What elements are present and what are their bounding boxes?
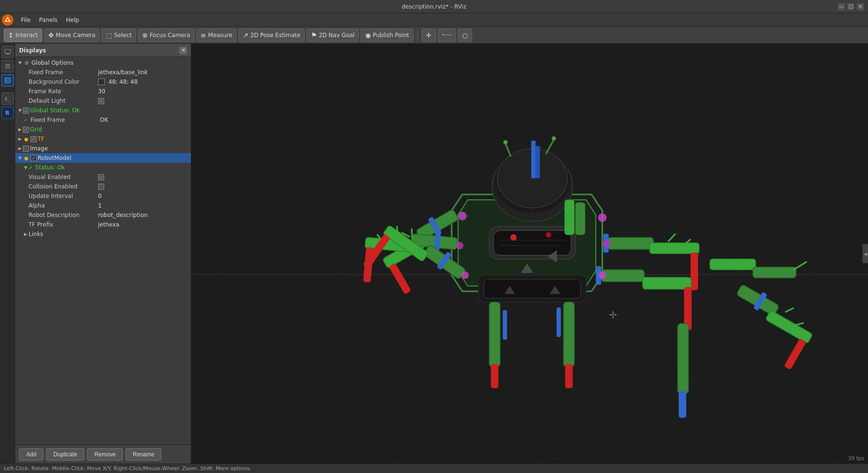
focus-camera-icon: ⊕ [142,31,148,39]
display-tree: ▼ ⚙ Global Options Fixed Frame jethexa/b… [15,57,191,444]
tf-prefix-value: jethexa [98,221,191,228]
tf-row[interactable]: ▶ ● ✓ TF [15,134,191,144]
interact-label: Interact [16,32,38,39]
grid-arrow[interactable]: ▶ [17,127,23,132]
sidebar-footer: Add Duplicate Remove Rename [15,444,191,463]
svg-rect-9 [5,66,10,67]
select-button[interactable]: ⬚ Select [101,29,136,42]
grid-row[interactable]: ▶ ✓ Grid [15,125,191,134]
visual-enabled-row[interactable]: Visual Enabled ✓ [15,172,191,182]
viewport-collapse-handle[interactable]: ◀ [862,244,868,263]
maximize-btn[interactable]: □ [847,3,855,10]
svg-rect-22 [493,230,571,255]
links-label: Links [29,231,43,237]
fixed-frame-status-row[interactable]: ✓ Fixed Frame OK [15,115,191,125]
interact-icon: ↕ [8,31,14,39]
svg-point-3 [9,20,10,22]
circle-button[interactable]: ○ [458,29,472,42]
publish-point-icon: ◉ [365,31,371,39]
links-arrow[interactable]: ▶ [23,231,29,237]
status-ok-icon: ✓ [29,164,33,171]
frame-rate-row[interactable]: Frame Rate 30 [15,87,191,96]
global-options-arrow[interactable]: ▼ [17,60,23,66]
fixed-frame-row[interactable]: Fixed Frame jethexa/base_link [15,68,191,77]
sidebar-close-button[interactable]: ✕ [179,47,187,54]
alpha-row[interactable]: Alpha 1 [15,201,191,210]
close-btn[interactable]: ✕ [857,3,864,10]
robotmodel-arrow[interactable]: ▼ [17,155,23,161]
global-status-row[interactable]: ▼ ✓ Global Status: Ok [15,106,191,115]
measure-label: Measure [208,32,232,39]
links-row[interactable]: ▶ Links [15,229,191,239]
menubar: File Panels Help [0,13,868,27]
menu-panels[interactable]: Panels [35,16,61,24]
global-options-row[interactable]: ▼ ⚙ Global Options [15,58,191,68]
select-label: Select [114,32,132,39]
minimize-btn[interactable]: — [838,3,845,10]
global-status-checkbox[interactable]: ✓ [23,108,29,114]
svg-rect-10 [5,68,10,69]
collision-enabled-value: □ [98,183,191,190]
left-icon-1[interactable] [1,60,14,72]
svg-point-32 [552,136,556,140]
collision-enabled-checkbox[interactable]: □ [98,184,104,190]
robotmodel-checkbox[interactable]: ✓ [30,155,37,161]
duplicate-button[interactable]: Duplicate [46,448,84,461]
bg-color-row[interactable]: Background Color 48; 48; 48 [15,77,191,87]
svg-rect-55 [784,338,807,370]
dot-button[interactable]: •—— [438,29,456,42]
svg-rect-86 [557,307,561,337]
3d-viewport[interactable]: ✛ ◀ 39 fps [191,44,868,463]
bg-color-swatch [98,79,105,85]
image-row[interactable]: ▶ □ Image [15,144,191,153]
svg-rect-60 [650,243,699,254]
left-icon-rviz[interactable]: R [1,107,14,119]
measure-button[interactable]: ≡ Measure [197,29,237,42]
default-light-label: Default Light [27,98,98,104]
global-status-label: Global Status: Ok [30,107,80,114]
svg-rect-82 [563,302,574,367]
default-light-checkbox[interactable]: ✓ [98,98,104,104]
tf-prefix-row[interactable]: TF Prefix jethexa [15,220,191,229]
select-icon: ⬚ [106,31,112,39]
svg-text:✛: ✛ [609,309,617,321]
ubuntu-logo [2,14,13,26]
interact-button[interactable]: ↕ Interact [4,29,42,42]
menu-file[interactable]: File [17,16,34,24]
2d-nav-button[interactable]: ⚑ 2D Nav Goal [306,29,359,42]
2d-pose-button[interactable]: ↗ 2D Pose Estimate [238,29,305,42]
left-icon-2[interactable] [1,74,14,87]
tf-checkbox[interactable]: ✓ [30,136,37,142]
sidebar-title: Displays [19,47,46,54]
focus-camera-button[interactable]: ⊕ Focus Camera [138,29,195,42]
robot-description-row[interactable]: Robot Description robot_description [15,210,191,220]
move-camera-button[interactable]: ✥ Move Camera [44,29,100,42]
svg-rect-12 [6,79,9,82]
status-ok-arrow[interactable]: ▼ [23,165,29,170]
tf-prefix-label: TF Prefix [27,221,98,228]
menu-help[interactable]: Help [62,16,83,24]
robotmodel-icon: ● [23,155,30,161]
add-button[interactable]: Add [19,448,43,461]
collision-enabled-label: Collision Enabled [27,183,98,190]
collision-enabled-row[interactable]: Collision Enabled □ [15,182,191,191]
default-light-row[interactable]: Default Light ✓ [15,96,191,106]
default-light-value: ✓ [98,98,191,104]
global-status-arrow[interactable]: ▼ [17,108,23,113]
left-icon-3[interactable]: $_ [1,92,14,105]
image-checkbox[interactable]: □ [23,146,29,152]
statusbar-text: Left-Click: Rotate. Middle-Click: Move X… [4,465,251,472]
remove-button[interactable]: Remove [87,448,123,461]
tf-arrow[interactable]: ▶ [17,136,23,142]
crosshair-button[interactable]: ✛ [422,29,436,42]
rename-button[interactable]: Rename [126,448,161,461]
left-icon-0[interactable] [1,46,14,58]
image-arrow[interactable]: ▶ [17,146,23,151]
visual-enabled-checkbox[interactable]: ✓ [98,174,104,180]
status-ok-row[interactable]: ▼ ✓ Status: Ok [15,163,191,172]
robotmodel-row[interactable]: ▼ ● ✓ RobotModel [15,153,191,163]
grid-checkbox[interactable]: ✓ [23,127,29,133]
publish-point-button[interactable]: ◉ Publish Point [361,29,414,42]
update-interval-row[interactable]: Update Interval 0 [15,191,191,201]
svg-rect-37 [389,263,412,295]
